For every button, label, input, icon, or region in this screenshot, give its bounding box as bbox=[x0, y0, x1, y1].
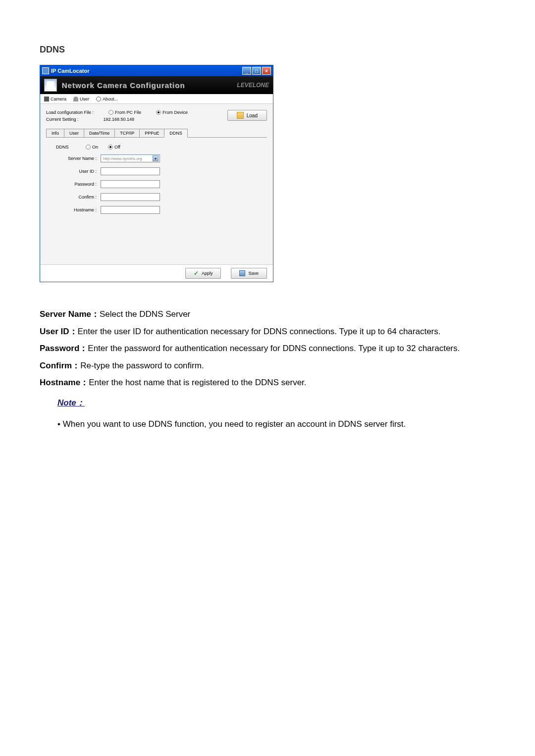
toolbar: Camera User About... bbox=[40, 94, 273, 104]
doc-confirm-text: Re-type the password to confirm. bbox=[80, 361, 204, 370]
toolbar-user-label: User bbox=[80, 97, 89, 101]
doc-server-name-text: Select the DDNS Server bbox=[100, 309, 190, 319]
from-pc-radio[interactable]: From PC File bbox=[108, 110, 141, 115]
folder-icon bbox=[237, 112, 244, 119]
doc-password-label: Password bbox=[40, 344, 79, 353]
doc-user-id-label: User ID bbox=[40, 327, 69, 336]
toolbar-camera-label: Camera bbox=[51, 97, 66, 101]
footer-buttons: ✓ Apply Save bbox=[40, 264, 273, 282]
apply-label: Apply bbox=[202, 271, 213, 276]
tab-ddns[interactable]: DDNS bbox=[164, 129, 188, 138]
radio-icon bbox=[108, 145, 113, 150]
server-name-value: http://www.dyndns.org bbox=[103, 156, 142, 161]
app-icon bbox=[42, 67, 49, 74]
tab-info[interactable]: Info bbox=[46, 129, 64, 137]
ddns-on-radio[interactable]: On bbox=[86, 145, 98, 150]
tab-user[interactable]: User bbox=[64, 129, 84, 137]
tab-pppoe[interactable]: PPPoE bbox=[139, 129, 164, 137]
check-icon: ✓ bbox=[194, 270, 199, 277]
maximize-button[interactable]: □ bbox=[252, 67, 261, 75]
toolbar-camera[interactable]: Camera bbox=[44, 97, 66, 101]
ddns-label: DDNS bbox=[56, 145, 86, 150]
password-label: Password : bbox=[56, 182, 101, 187]
save-icon bbox=[239, 270, 245, 276]
banner-title: Network Camera Configuration bbox=[62, 81, 185, 90]
banner-logo-icon bbox=[44, 79, 57, 92]
user-id-label: User ID : bbox=[56, 169, 101, 174]
confirm-input[interactable] bbox=[101, 193, 160, 201]
note-heading: Note： bbox=[57, 396, 85, 411]
section-title: DDNS bbox=[40, 45, 495, 55]
chevron-down-icon: ▼ bbox=[153, 155, 159, 161]
ddns-form: DDNS On Off Server Name : http://www.dyn… bbox=[46, 145, 267, 214]
doc-hostname-text: Enter the host name that is registered t… bbox=[89, 378, 306, 387]
apply-button[interactable]: ✓ Apply bbox=[185, 268, 221, 279]
load-section: Load configuration File : From PC File F… bbox=[46, 110, 267, 122]
ddns-off-radio[interactable]: Off bbox=[108, 145, 120, 150]
app-window: IP CamLocator _ □ × Network Camera Confi… bbox=[40, 65, 273, 282]
password-input[interactable] bbox=[101, 180, 160, 188]
tab-datetime[interactable]: Date/Time bbox=[84, 129, 115, 137]
close-button[interactable]: × bbox=[262, 67, 271, 75]
header-banner: Network Camera Configuration LEVELONE bbox=[40, 76, 273, 94]
note-bullet: • When you want to use DDNS function, yo… bbox=[57, 417, 495, 432]
off-label: Off bbox=[114, 145, 120, 150]
doc-server-name-label: Server Name bbox=[40, 309, 91, 319]
load-button-label: Load bbox=[247, 113, 258, 118]
doc-password-text: Enter the password for authentication ne… bbox=[88, 344, 460, 353]
radio-icon bbox=[86, 145, 91, 150]
confirm-label: Confirm : bbox=[56, 195, 101, 200]
titlebar: IP CamLocator _ □ × bbox=[40, 65, 273, 76]
toolbar-about[interactable]: About... bbox=[96, 97, 118, 101]
current-ip: 192.168.50.148 bbox=[104, 117, 135, 122]
tabs: Info User Date/Time TCP/IP PPPoE DDNS bbox=[46, 129, 267, 138]
save-label: Save bbox=[248, 271, 259, 276]
load-button[interactable]: Load bbox=[227, 110, 267, 121]
doc-hostname-label: Hostname bbox=[40, 378, 80, 387]
content-area: Load configuration File : From PC File F… bbox=[40, 104, 273, 264]
toolbar-user[interactable]: User bbox=[73, 97, 89, 101]
current-setting-label: Current Setting : bbox=[46, 117, 79, 122]
user-icon bbox=[73, 97, 78, 101]
save-button[interactable]: Save bbox=[231, 268, 267, 279]
server-name-select[interactable]: http://www.dyndns.org ▼ bbox=[101, 154, 160, 162]
camera-icon bbox=[44, 97, 49, 101]
banner-brand: LEVELONE bbox=[237, 82, 269, 89]
doc-confirm-label: Confirm bbox=[40, 361, 72, 370]
on-label: On bbox=[92, 145, 98, 150]
load-config-label: Load configuration File : bbox=[46, 110, 94, 115]
doc-user-id-text: Enter the user ID for authentication nec… bbox=[78, 327, 441, 336]
radio-icon bbox=[108, 110, 113, 115]
from-device-label: From Device bbox=[162, 110, 188, 115]
from-device-radio[interactable]: From Device bbox=[156, 110, 188, 115]
from-pc-label: From PC File bbox=[115, 110, 141, 115]
user-id-input[interactable] bbox=[101, 167, 160, 175]
server-name-label: Server Name : bbox=[56, 156, 101, 161]
window-title: IP CamLocator bbox=[51, 68, 89, 74]
toolbar-about-label: About... bbox=[103, 97, 118, 101]
doc-text: Server Name：Select the DDNS Server User … bbox=[40, 307, 495, 432]
minimize-button[interactable]: _ bbox=[242, 67, 251, 75]
tab-tcpip[interactable]: TCP/IP bbox=[114, 129, 140, 137]
about-icon bbox=[96, 97, 101, 101]
hostname-label: Hostname : bbox=[56, 207, 101, 212]
radio-icon bbox=[156, 110, 161, 115]
hostname-input[interactable] bbox=[101, 206, 160, 214]
